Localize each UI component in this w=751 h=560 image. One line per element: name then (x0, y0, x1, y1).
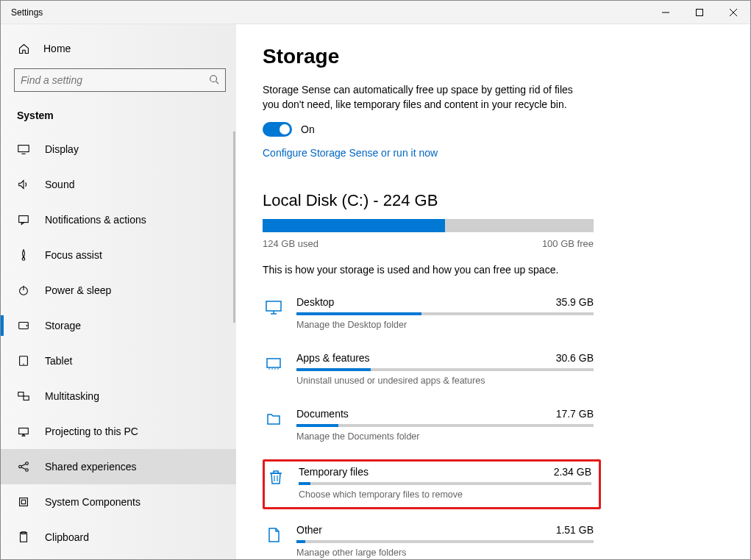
category-label: Other (296, 524, 322, 536)
notifications-icon (17, 213, 30, 226)
sidebar-item-label: Notifications & actions (45, 214, 146, 226)
sidebar-item-system-components[interactable]: System Components (1, 484, 236, 520)
system-components-icon (17, 495, 30, 509)
category-bar (296, 368, 594, 371)
page-title: Storage (263, 45, 724, 68)
svg-point-15 (23, 364, 24, 365)
sidebar-item-label: Sound (45, 179, 74, 190)
home-icon (17, 42, 30, 55)
display-icon (17, 143, 30, 156)
settings-window: Settings Home (0, 0, 751, 560)
category-sub: Manage the Desktop folder (296, 320, 594, 330)
category-sub: Manage the Documents folder (296, 431, 594, 442)
svg-line-23 (21, 467, 25, 470)
svg-rect-25 (21, 500, 25, 503)
svg-point-4 (210, 75, 217, 82)
category-bar (296, 424, 594, 427)
category-apps[interactable]: Apps & features30.6 GB Uninstall unused … (263, 348, 601, 393)
sidebar-item-label: Tablet (45, 355, 72, 367)
projecting-icon (17, 425, 30, 438)
sidebar-item-label: Multitasking (45, 390, 99, 402)
svg-rect-31 (267, 359, 280, 367)
maximize-button[interactable] (683, 1, 716, 24)
sidebar-item-shared-experiences[interactable]: Shared experiences (1, 449, 236, 484)
sidebar: Home System Display (1, 24, 236, 559)
sidebar-item-label: Power & sleep (45, 284, 111, 296)
apps-icon (264, 353, 283, 373)
disk-used-label: 124 GB used (263, 238, 318, 249)
desktop-icon (264, 298, 283, 317)
window-body: Home System Display (1, 24, 750, 559)
tablet-icon (17, 354, 30, 367)
category-other[interactable]: Other1.51 GB Manage other large folders (263, 520, 601, 559)
category-sub: Uninstall unused or undesired apps & fea… (296, 376, 594, 386)
trash-icon (266, 467, 285, 487)
sidebar-item-label: Shared experiences (45, 461, 137, 473)
category-size: 30.6 GB (556, 352, 594, 364)
sidebar-item-label: Focus assist (45, 249, 102, 261)
category-sub: Manage other large folders (296, 548, 594, 558)
svg-rect-24 (20, 498, 28, 506)
svg-rect-18 (19, 428, 29, 434)
disk-labels: 124 GB used 100 GB free (263, 238, 594, 249)
content: Storage Storage Sense can automatically … (236, 24, 750, 559)
sidebar-item-focus-assist[interactable]: Focus assist (1, 237, 236, 273)
titlebar: Settings (1, 1, 750, 24)
category-size: 35.9 GB (556, 296, 594, 308)
sidebar-item-label: Display (45, 143, 79, 155)
sidebar-item-clipboard[interactable]: Clipboard (1, 520, 236, 555)
home-nav[interactable]: Home (1, 35, 236, 62)
sound-icon (17, 178, 30, 191)
category-bar (299, 482, 591, 485)
window-title: Settings (1, 7, 43, 18)
multitasking-icon (17, 390, 30, 403)
storage-sense-toggle-row: On (263, 122, 724, 137)
close-button[interactable] (716, 1, 750, 24)
other-icon (264, 525, 283, 545)
configure-storage-sense-link[interactable]: Configure Storage Sense or run it now (263, 147, 724, 159)
sidebar-item-projecting[interactable]: Projecting to this PC (1, 414, 236, 449)
sidebar-item-sound[interactable]: Sound (1, 167, 236, 202)
sidebar-item-multitasking[interactable]: Multitasking (1, 378, 236, 414)
category-bar (296, 540, 594, 543)
svg-rect-16 (18, 392, 24, 396)
documents-icon (264, 409, 283, 428)
home-label: Home (43, 43, 71, 54)
search-icon (209, 74, 219, 87)
maximize-icon (696, 9, 703, 16)
sidebar-item-label: Storage (45, 320, 81, 331)
minimize-button[interactable] (649, 1, 683, 24)
sidebar-item-storage[interactable]: Storage (1, 308, 236, 343)
category-label: Desktop (296, 296, 334, 308)
category-label: Temporary files (299, 466, 369, 478)
close-icon (730, 9, 737, 16)
sidebar-item-display[interactable]: Display (1, 132, 236, 167)
power-icon (17, 284, 30, 297)
search-box[interactable] (14, 68, 226, 92)
svg-rect-1 (697, 9, 703, 15)
svg-point-21 (26, 469, 29, 472)
shared-experiences-icon (17, 460, 30, 473)
disk-free-label: 100 GB free (542, 238, 594, 249)
sidebar-item-tablet[interactable]: Tablet (1, 343, 236, 378)
minimize-icon (662, 9, 669, 16)
disk-usage-fill (263, 219, 445, 232)
clipboard-icon (17, 531, 30, 544)
svg-point-19 (19, 465, 22, 468)
category-temporary-files[interactable]: Temporary files2.34 GB Choose which temp… (263, 459, 601, 509)
usage-desc: This is how your storage is used and how… (263, 264, 724, 276)
category-size: 1.51 GB (556, 524, 594, 536)
svg-rect-28 (266, 301, 281, 311)
search-wrap (1, 62, 236, 102)
storage-sense-toggle[interactable] (263, 122, 292, 137)
search-input[interactable] (21, 74, 209, 86)
svg-rect-17 (24, 396, 29, 400)
sidebar-item-power-sleep[interactable]: Power & sleep (1, 273, 236, 308)
category-desktop[interactable]: Desktop35.9 GB Manage the Desktop folder (263, 292, 601, 337)
storage-icon (17, 319, 30, 332)
sidebar-item-notifications[interactable]: Notifications & actions (1, 202, 236, 237)
disk-usage-bar (263, 219, 594, 232)
section-header: System (1, 102, 236, 127)
svg-rect-6 (18, 146, 29, 152)
category-documents[interactable]: Documents17.7 GB Manage the Documents fo… (263, 403, 601, 449)
